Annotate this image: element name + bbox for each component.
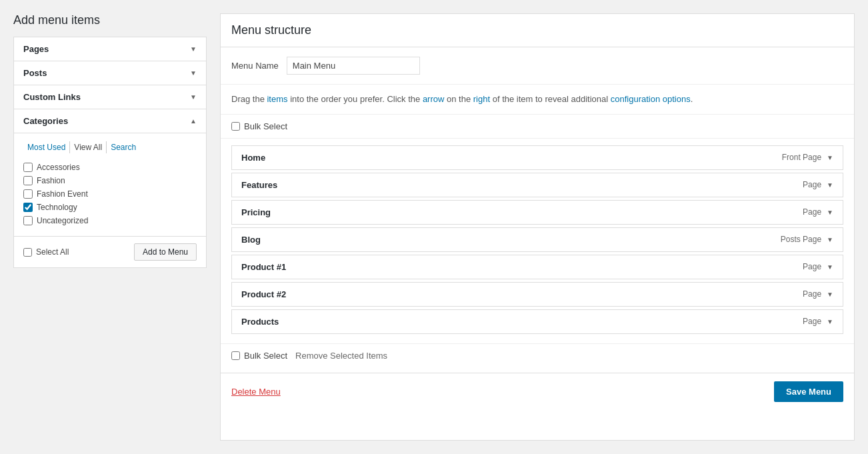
posts-accordion-header[interactable]: Posts ▼ xyxy=(14,61,206,85)
menu-item-product1[interactable]: Product #1 Page ▼ xyxy=(231,255,843,279)
menu-item-pricing-type: Page xyxy=(803,207,821,217)
posts-accordion: Posts ▼ xyxy=(13,61,207,85)
menu-item-features-name: Features xyxy=(241,180,277,190)
menu-item-products-left: Products xyxy=(241,317,279,327)
menu-item-products[interactable]: Products Page ▼ xyxy=(231,309,843,334)
custom-links-accordion-label: Custom Links xyxy=(23,92,81,102)
select-all-text: Select All xyxy=(36,247,69,257)
menu-item-features[interactable]: Features Page ▼ xyxy=(231,173,843,197)
category-uncategorized-checkbox[interactable] xyxy=(23,216,33,225)
menu-name-label: Menu Name xyxy=(231,61,279,71)
bottom-bulk-select-label[interactable]: Bulk Select xyxy=(231,351,287,361)
menu-structure-header: Menu structure xyxy=(221,14,854,47)
menu-item-home-chevron-down-icon[interactable]: ▼ xyxy=(827,154,833,161)
category-fashion-checkbox[interactable] xyxy=(23,176,33,185)
posts-accordion-label: Posts xyxy=(23,68,47,78)
menu-item-blog-chevron-down-icon[interactable]: ▼ xyxy=(827,236,833,243)
arrow-link[interactable]: arrow xyxy=(423,94,445,104)
menu-name-input[interactable] xyxy=(287,57,420,75)
delete-menu-button[interactable]: Delete Menu xyxy=(231,387,281,397)
menu-item-home-name: Home xyxy=(241,153,265,163)
category-uncategorized-label: Uncategorized xyxy=(37,216,88,225)
add-menu-items-title: Add menu items xyxy=(13,13,207,27)
categories-accordion: Categories ▲ Most Used View All Search A… xyxy=(13,109,207,268)
menu-item-home-left: Home xyxy=(241,153,265,163)
menu-item-pricing[interactable]: Pricing Page ▼ xyxy=(231,200,843,225)
menu-item-product1-name: Product #1 xyxy=(241,262,286,272)
menu-item-product1-type: Page xyxy=(803,262,821,271)
categories-checkbox-list: Accessories Fashion Fashion Event Techno… xyxy=(23,160,197,228)
top-bulk-select-text: Bulk Select xyxy=(244,121,287,131)
menu-item-product1-chevron-down-icon[interactable]: ▼ xyxy=(827,263,833,271)
menu-structure-title: Menu structure xyxy=(231,23,843,37)
select-all-checkbox[interactable] xyxy=(23,248,32,257)
posts-chevron-down-icon: ▼ xyxy=(190,69,197,77)
menu-item-home-type: Front Page xyxy=(782,153,821,162)
category-fashion-event-checkbox[interactable] xyxy=(23,189,33,199)
top-bulk-select-row: Bulk Select xyxy=(221,115,854,139)
menu-item-home-right: Front Page ▼ xyxy=(782,153,833,162)
categories-tabs: Most Used View All Search xyxy=(23,141,197,153)
configuration-link[interactable]: configuration options xyxy=(611,94,691,104)
add-to-menu-button[interactable]: Add to Menu xyxy=(134,243,197,261)
remove-selected-button[interactable]: Remove Selected Items xyxy=(295,351,387,361)
menu-item-blog-left: Blog xyxy=(241,235,261,245)
menu-item-blog-name: Blog xyxy=(241,235,261,245)
menu-item-products-right: Page ▼ xyxy=(803,317,833,326)
custom-links-accordion: Custom Links ▼ xyxy=(13,85,207,109)
menu-item-pricing-left: Pricing xyxy=(241,207,271,217)
menu-item-blog-right: Posts Page ▼ xyxy=(781,235,833,244)
menu-item-product2-left: Product #2 xyxy=(241,289,286,299)
menu-item-product2-type: Page xyxy=(803,289,821,299)
menu-item-pricing-right: Page ▼ xyxy=(803,207,833,217)
select-all-label[interactable]: Select All xyxy=(23,247,69,257)
menu-item-pricing-chevron-down-icon[interactable]: ▼ xyxy=(827,209,833,216)
menu-item-features-right: Page ▼ xyxy=(803,180,833,189)
tab-search[interactable]: Search xyxy=(106,141,140,153)
category-technology-label: Technology xyxy=(37,203,77,212)
menu-item-products-name: Products xyxy=(241,317,279,327)
right-panel: Menu structure Menu Name Drag the items … xyxy=(220,13,855,441)
menu-item-features-chevron-down-icon[interactable]: ▼ xyxy=(827,181,833,189)
top-bulk-select-checkbox[interactable] xyxy=(231,122,240,131)
menu-item-product2-chevron-down-icon[interactable]: ▼ xyxy=(827,291,833,298)
category-accessories-label: Accessories xyxy=(37,163,80,172)
tab-most-used[interactable]: Most Used xyxy=(23,141,69,153)
pages-chevron-down-icon: ▼ xyxy=(190,45,197,53)
right-link[interactable]: right xyxy=(473,94,490,104)
category-technology[interactable]: Technology xyxy=(23,203,197,212)
custom-links-accordion-header[interactable]: Custom Links ▼ xyxy=(14,85,206,109)
categories-accordion-header[interactable]: Categories ▲ xyxy=(14,109,206,133)
menu-item-home[interactable]: Home Front Page ▼ xyxy=(231,145,843,170)
category-fashion-event[interactable]: Fashion Event xyxy=(23,189,197,199)
categories-content: Most Used View All Search Accessories Fa… xyxy=(14,133,206,236)
pages-accordion-header[interactable]: Pages ▼ xyxy=(14,37,206,61)
menu-item-product2-right: Page ▼ xyxy=(803,289,833,299)
category-fashion-event-label: Fashion Event xyxy=(37,189,88,199)
pages-accordion-label: Pages xyxy=(23,44,49,54)
menu-footer: Delete Menu Save Menu xyxy=(221,373,854,410)
menu-item-blog-type: Posts Page xyxy=(781,235,821,244)
menu-item-pricing-name: Pricing xyxy=(241,207,271,217)
menu-item-features-type: Page xyxy=(803,180,821,189)
save-menu-button[interactable]: Save Menu xyxy=(774,381,843,402)
custom-links-chevron-down-icon: ▼ xyxy=(190,93,197,101)
drag-items-link[interactable]: items xyxy=(267,94,287,104)
pages-accordion: Pages ▼ xyxy=(13,37,207,61)
menu-item-blog[interactable]: Blog Posts Page ▼ xyxy=(231,227,843,252)
menu-name-row: Menu Name xyxy=(221,47,854,85)
category-fashion[interactable]: Fashion xyxy=(23,176,197,185)
top-bulk-select-label[interactable]: Bulk Select xyxy=(231,121,843,131)
menu-item-products-chevron-down-icon[interactable]: ▼ xyxy=(827,318,833,325)
category-technology-checkbox[interactable] xyxy=(23,203,33,212)
category-uncategorized[interactable]: Uncategorized xyxy=(23,216,197,225)
menu-item-product2[interactable]: Product #2 Page ▼ xyxy=(231,282,843,307)
bottom-bulk-select-checkbox[interactable] xyxy=(231,351,240,360)
drag-instruction-text: Drag the items into the order you prefer… xyxy=(231,94,693,104)
category-accessories-checkbox[interactable] xyxy=(23,163,33,172)
category-accessories[interactable]: Accessories xyxy=(23,163,197,172)
categories-chevron-up-icon: ▲ xyxy=(190,117,197,125)
menu-items-list: Home Front Page ▼ Features Page ▼ xyxy=(221,139,854,343)
left-panel: Add menu items Pages ▼ Posts ▼ Custom Li… xyxy=(13,13,207,441)
tab-view-all[interactable]: View All xyxy=(69,141,106,153)
